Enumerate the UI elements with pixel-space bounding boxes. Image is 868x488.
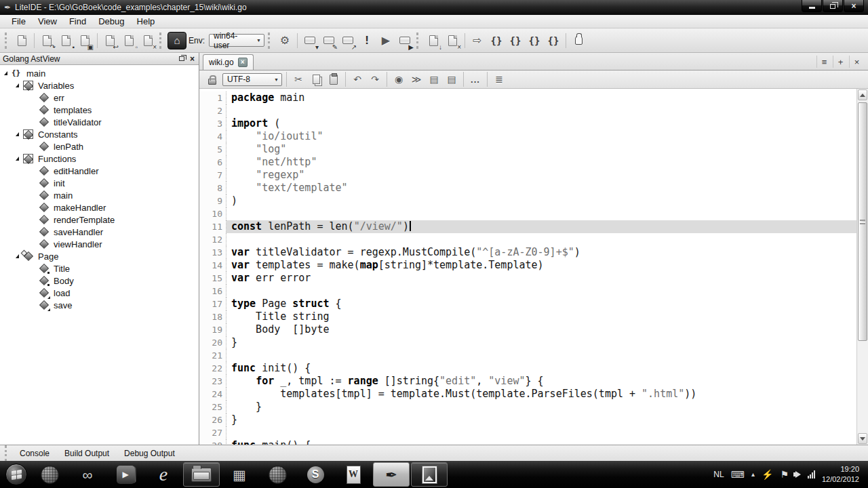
code-line[interactable]: 7 "regexp"	[199, 169, 856, 182]
code-line[interactable]: 12	[199, 233, 856, 246]
code-line[interactable]: 15var err error	[199, 272, 856, 285]
close-file-icon[interactable]: ×	[139, 32, 157, 49]
cut-icon[interactable]: ✂	[290, 72, 307, 87]
encoding-select[interactable]: UTF-8▼	[222, 73, 282, 86]
tree-item-edithandler[interactable]: editHandler	[0, 165, 199, 177]
tree-item-functions[interactable]: Functions	[0, 152, 199, 165]
output-tab-build-output[interactable]: Build Output	[57, 447, 117, 460]
pan-hand-icon[interactable]	[570, 32, 587, 49]
hidden-icons-arrow[interactable]: ▴	[751, 471, 755, 478]
stop-build-icon[interactable]: !	[358, 32, 376, 49]
restore-button[interactable]	[823, 0, 843, 12]
code-line[interactable]: 2	[199, 104, 856, 117]
code-line[interactable]: 16	[199, 285, 856, 298]
taskbar-skype-icon[interactable]: S	[297, 462, 334, 487]
taskbar-globe-app-icon[interactable]	[31, 462, 68, 487]
tree-item-variables[interactable]: Variables	[0, 79, 199, 92]
print-icon[interactable]: ▤	[426, 72, 442, 87]
build-run-icon[interactable]: ↗	[339, 32, 357, 49]
keyboard-icon[interactable]: ⌨	[731, 470, 745, 479]
tree-item-init[interactable]: init	[0, 177, 199, 189]
paste-icon[interactable]	[326, 72, 342, 87]
block-end-icon[interactable]: {}	[507, 32, 524, 49]
menu-view[interactable]: View	[32, 16, 63, 27]
float-panel-icon[interactable]	[179, 56, 184, 61]
code-line[interactable]: 23 for _, tmpl := range []string{"edit",…	[199, 375, 856, 388]
close-button[interactable]: ×	[844, 0, 864, 12]
tree-item-title[interactable]: Title	[0, 262, 199, 274]
code-line[interactable]: 13var titleValidator = regexp.MustCompil…	[199, 246, 856, 259]
close-panel-icon[interactable]: ×	[190, 55, 195, 63]
tree-item-viewhandler[interactable]: viewHandler	[0, 238, 199, 250]
code-line[interactable]: 27	[199, 426, 856, 439]
expand-arrow-icon[interactable]	[16, 254, 19, 258]
scrollbar-thumb[interactable]	[858, 102, 867, 341]
tab-list-menu-icon[interactable]: ≡	[816, 56, 831, 68]
tree-item-lenpath[interactable]: lenPath	[0, 140, 199, 152]
menu-debug[interactable]: Debug	[92, 16, 130, 27]
undo-icon[interactable]: ↶	[349, 72, 366, 87]
tree-item-templates[interactable]: templates	[0, 104, 199, 116]
record-macro-icon[interactable]: ◉	[391, 72, 407, 87]
select-block-icon[interactable]: {}	[545, 32, 562, 49]
taskbar-liteide-icon[interactable]: ✒	[373, 462, 410, 487]
build-config-icon[interactable]: ▾	[301, 32, 319, 49]
code-line[interactable]: 6 "net/http"	[199, 156, 856, 169]
output-tab-debug-output[interactable]: Debug Output	[117, 447, 182, 460]
output-tab-console[interactable]: Console	[12, 447, 57, 460]
run-icon[interactable]: ▶	[377, 32, 395, 49]
code-line[interactable]: 28func main() {	[199, 439, 856, 445]
taskbar-word-icon[interactable]: W	[335, 462, 372, 487]
code-line[interactable]: 24 templates[tmpl] = template.Must(templ…	[199, 388, 856, 401]
close-editor-icon[interactable]: ×	[849, 56, 864, 68]
code-line[interactable]: 17type Page struct {	[199, 298, 856, 310]
goto-line-icon[interactable]: ≣	[491, 72, 507, 87]
tree-item-body[interactable]: Body	[0, 274, 199, 287]
taskbar-firefox-icon[interactable]	[259, 462, 296, 487]
expand-arrow-icon[interactable]	[16, 132, 19, 136]
home-button[interactable]: ⌂	[167, 32, 186, 49]
open-file-icon[interactable]: ↷	[38, 32, 56, 49]
save-as-icon[interactable]: ▫	[120, 32, 138, 49]
tree-item-titlevalidator[interactable]: titleValidator	[0, 116, 199, 128]
new-file-icon[interactable]	[13, 32, 31, 49]
tree-item-main[interactable]: main	[0, 67, 199, 79]
vertical-scrollbar[interactable]	[856, 89, 868, 445]
match-brace-icon[interactable]: {}	[526, 32, 543, 49]
code-line[interactable]: 14var templates = make(map[string]*templ…	[199, 259, 856, 272]
clock[interactable]: 19:20 12/02/2012	[822, 464, 859, 485]
minimize-button[interactable]	[802, 0, 822, 12]
menu-find[interactable]: Find	[63, 16, 92, 27]
tree-item-rendertemplate[interactable]: renderTemplate	[0, 214, 199, 226]
scroll-down-button[interactable]	[858, 433, 867, 444]
taskbar-calculator-icon[interactable]: ▦	[221, 462, 258, 487]
taskbar-infinity-app-icon[interactable]: ∞	[69, 462, 106, 487]
power-plug-icon[interactable]: ⚡	[762, 470, 773, 479]
taskbar-image-editor-icon[interactable]	[411, 462, 448, 487]
code-line[interactable]: 26}	[199, 413, 856, 426]
scroll-up-button[interactable]	[858, 89, 867, 100]
debug-run-icon[interactable]: ▶	[396, 32, 414, 49]
code-line[interactable]: 18 Title string	[199, 310, 856, 323]
tree-item-err[interactable]: err	[0, 92, 199, 104]
start-button[interactable]	[2, 462, 31, 487]
export-print-icon[interactable]: ▤	[443, 72, 460, 87]
tab-close-icon[interactable]: ×	[238, 58, 248, 67]
env-select[interactable]: win64-user▼	[209, 34, 264, 47]
playback-icon[interactable]: ≫	[408, 72, 425, 87]
code-line[interactable]: 5 "log"	[199, 143, 856, 156]
code-line[interactable]: 19 Body []byte	[199, 323, 856, 336]
code-line[interactable]: 20}	[199, 336, 856, 349]
code-line[interactable]: 25 }	[199, 401, 856, 413]
speaker-icon[interactable]	[795, 471, 801, 478]
insert-doc-icon[interactable]: ↓	[425, 32, 442, 49]
tree-item-savehandler[interactable]: saveHandler	[0, 226, 199, 238]
expand-arrow-icon[interactable]	[16, 157, 19, 161]
remove-doc-icon[interactable]: ×	[443, 32, 461, 49]
more-button[interactable]: ...	[467, 72, 484, 87]
tree-item-page[interactable]: Page	[0, 250, 199, 262]
tree-item-load[interactable]: load	[0, 287, 199, 299]
expand-arrow-icon[interactable]	[16, 83, 19, 87]
menu-file[interactable]: File	[5, 16, 32, 27]
code-line[interactable]: 8 "text/template"	[199, 182, 856, 195]
